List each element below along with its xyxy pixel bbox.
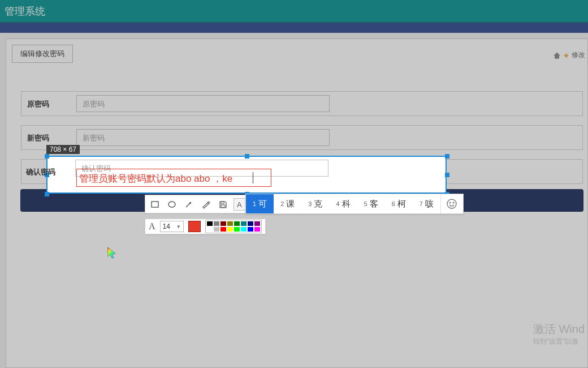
color-swatch[interactable]	[247, 226, 254, 232]
emoji-icon[interactable]	[440, 194, 463, 213]
handle-nw[interactable]	[45, 154, 49, 159]
svg-text:A: A	[237, 200, 242, 209]
svg-point-1	[168, 202, 175, 207]
new-password-input[interactable]	[76, 129, 330, 146]
chevron-down-icon: ▼	[176, 224, 181, 229]
ime-candidate[interactable]: 4科	[329, 194, 357, 213]
old-password-label: 原密码	[27, 92, 49, 117]
color-swatch[interactable]	[206, 226, 213, 232]
color-swatch[interactable]	[240, 226, 247, 232]
app-topbar: 管理系统	[0, 0, 588, 23]
watermark-line2: 转到"设置"以激	[533, 337, 585, 346]
color-swatch[interactable]	[220, 226, 227, 232]
color-swatch[interactable]	[227, 226, 234, 232]
breadcrumb: ★ 修改	[553, 50, 585, 60]
text-tool[interactable]: A	[234, 198, 246, 211]
text-caret	[253, 172, 253, 183]
cursor-icon	[107, 247, 118, 259]
ime-candidate[interactable]: 2课	[274, 194, 301, 213]
annotation-toolbar: A	[145, 195, 250, 213]
watermark-line1: 激活 Wind	[533, 322, 585, 337]
nav-ribbon	[0, 23, 588, 33]
font-size-select[interactable]: 14 ▼	[160, 221, 184, 232]
old-password-input[interactable]	[76, 95, 330, 112]
save-tool[interactable]	[217, 198, 229, 211]
home-icon[interactable]	[553, 52, 561, 59]
svg-rect-5	[221, 205, 225, 207]
ime-candidate[interactable]: 1可	[246, 194, 274, 213]
svg-point-9	[453, 202, 455, 203]
svg-rect-0	[152, 202, 158, 207]
ellipse-tool[interactable]	[166, 198, 178, 211]
old-password-row: 原密码	[21, 91, 583, 116]
windows-activation-watermark: 激活 Wind 转到"设置"以激	[533, 322, 585, 346]
handle-e[interactable]	[445, 173, 449, 177]
ime-candidate[interactable]: 7咳	[413, 194, 440, 213]
current-color-swatch[interactable]	[188, 221, 201, 232]
color-palette	[205, 220, 262, 233]
color-swatch[interactable]	[247, 221, 254, 226]
handle-n[interactable]	[245, 154, 249, 159]
color-swatch[interactable]	[254, 226, 261, 232]
handle-sw[interactable]	[45, 192, 49, 196]
star-icon: ★	[563, 52, 569, 59]
svg-point-7	[447, 199, 456, 208]
breadcrumb-last: 修改	[572, 50, 585, 60]
color-swatch[interactable]	[227, 221, 234, 226]
color-swatch[interactable]	[220, 221, 227, 226]
svg-point-8	[450, 202, 451, 203]
selection-size-label: 708 × 67	[46, 145, 80, 154]
ime-candidate-bar: 1可2课3克4科5客6柯7咳	[245, 194, 464, 214]
color-swatch[interactable]	[234, 226, 240, 232]
ime-candidate[interactable]: 6柯	[385, 194, 413, 213]
ime-candidate[interactable]: 5客	[357, 194, 385, 213]
new-password-row: 新密码	[21, 125, 583, 150]
rectangle-tool[interactable]	[149, 198, 161, 211]
arrow-tool[interactable]	[183, 198, 195, 211]
annotation-typed-text: 管理员账号密码默认为abo abo ，ke	[79, 172, 232, 185]
ime-candidate[interactable]: 3克	[301, 194, 329, 213]
handle-ne[interactable]	[445, 154, 449, 159]
confirm-password-label: 确认密码	[26, 167, 55, 177]
text-style-toolbar: A 14 ▼	[145, 219, 266, 234]
font-size-value: 14	[163, 222, 170, 230]
color-swatch[interactable]	[213, 226, 220, 232]
color-swatch[interactable]	[254, 221, 261, 226]
svg-rect-4	[221, 202, 224, 204]
edit-password-button[interactable]: 编辑修改密码	[12, 45, 73, 63]
font-indicator: A	[149, 221, 155, 232]
color-swatch[interactable]	[234, 221, 240, 226]
pencil-tool[interactable]	[200, 198, 212, 211]
color-swatch[interactable]	[213, 221, 220, 226]
color-swatch[interactable]	[206, 221, 213, 226]
color-swatch[interactable]	[240, 221, 247, 226]
app-title: 管理系统	[5, 6, 45, 17]
